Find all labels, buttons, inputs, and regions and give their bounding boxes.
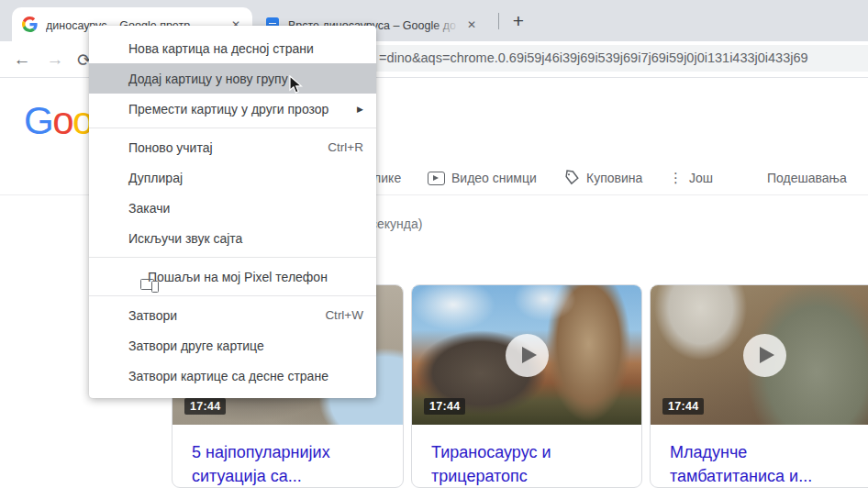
menu-item-label: Пошаљи на мој Pixel телефон	[148, 270, 363, 284]
video-card[interactable]: 17:44 Младунче тамбатитаниса и...	[650, 284, 868, 488]
menu-separator	[89, 295, 376, 296]
video-duration-badge: 17:44	[662, 398, 704, 415]
menu-shortcut: Ctrl+R	[328, 140, 363, 154]
new-tab-button[interactable]: +	[506, 9, 530, 33]
video-title-line: тамбатитаниса и...	[670, 464, 860, 488]
video-duration-badge: 17:44	[184, 398, 226, 415]
logo-letter: G	[24, 99, 52, 142]
menu-item-label: Затвори картице са десне стране	[128, 369, 363, 383]
play-icon[interactable]	[743, 334, 786, 377]
play-icon[interactable]	[506, 334, 549, 377]
menu-item-move-tab-to-other-window[interactable]: Премести картицу у други прозор ▶	[89, 94, 376, 124]
tab-more[interactable]: ⋮ Још	[669, 161, 713, 194]
menu-separator	[89, 128, 376, 128]
forward-button[interactable]: →	[40, 41, 70, 78]
devices-icon	[140, 278, 160, 292]
menu-item-label: Затвори друге картице	[128, 338, 363, 353]
tab-context-menu: Нова картица на десној страни Додај карт…	[89, 26, 376, 398]
mouse-cursor	[288, 75, 306, 95]
video-icon	[428, 172, 445, 185]
back-button[interactable]: ←	[7, 41, 37, 78]
menu-item-close-other-tabs[interactable]: Затвори друге картице	[89, 330, 376, 360]
video-title-line: ситуација са...	[192, 464, 384, 488]
video-title-line: Младунче	[670, 440, 860, 464]
menu-item-new-tab-right[interactable]: Нова картица на десној страни	[89, 33, 376, 63]
menu-item-label: Дуплирај	[128, 171, 363, 185]
url-text: =dino&aqs=chrome.0.69i59j46i39j69i539j69…	[379, 45, 808, 72]
submenu-arrow-icon: ▶	[357, 105, 363, 114]
tab-shopping-label: Куповина	[586, 171, 642, 185]
menu-item-mute-site[interactable]: Искључи звук сајта	[89, 223, 376, 253]
menu-item-label: Додај картицу у нову групу	[128, 72, 363, 86]
menu-item-label: Закачи	[128, 201, 363, 216]
menu-item-label: Затвори	[128, 308, 325, 323]
menu-item-label: Премести картицу у други прозор	[128, 102, 357, 116]
video-title[interactable]: Тираносаурус и трицератопс	[431, 440, 623, 488]
tab-separator	[498, 13, 499, 29]
tab-videos[interactable]: Видео снимци	[428, 161, 537, 194]
browser-window: Google Слике Видео снимци Куповина ⋮ Још	[0, 0, 868, 488]
more-dots-icon: ⋮	[669, 170, 683, 186]
settings-label: Подешавања	[767, 171, 847, 185]
settings-button[interactable]: Подешавања	[767, 161, 847, 194]
tab-shopping[interactable]: Куповина	[563, 161, 642, 194]
video-title[interactable]: Младунче тамбатитаниса и...	[670, 440, 860, 488]
menu-item-add-tab-to-new-group[interactable]: Додај картицу у нову групу	[89, 63, 376, 94]
video-title-line: трицератопс	[431, 464, 623, 488]
close-tab-icon[interactable]: ✕	[462, 16, 481, 34]
menu-item-label: Нова картица на десној страни	[128, 41, 363, 56]
video-thumbnail[interactable]: 17:44	[651, 285, 868, 425]
tab-more-label: Још	[689, 171, 713, 185]
video-title[interactable]: 5 најпопуларнијих ситуација са...	[192, 440, 384, 488]
video-thumbnail[interactable]: 17:44	[412, 285, 641, 425]
menu-item-reload[interactable]: Поново учитај Ctrl+R	[89, 132, 376, 162]
menu-item-label: Поново учитај	[128, 140, 328, 155]
menu-separator	[89, 257, 376, 258]
menu-item-close-tabs-to-right[interactable]: Затвори картице са десне стране	[89, 360, 376, 391]
menu-item-label: Искључи звук сајта	[128, 231, 363, 246]
video-title-line: 5 најпопуларнијих	[192, 440, 384, 464]
google-g-icon	[22, 17, 38, 32]
video-title-line: Тираносаурус и	[431, 440, 623, 464]
menu-item-duplicate[interactable]: Дуплирај	[89, 162, 376, 193]
tab-videos-label: Видео снимци	[451, 171, 537, 185]
logo-letter: o	[52, 99, 72, 142]
results-stats: секунда)	[371, 216, 422, 231]
video-duration-badge: 17:44	[424, 398, 465, 415]
menu-item-close[interactable]: Затвори Ctrl+W	[89, 300, 376, 330]
menu-item-send-to-pixel-phone[interactable]: Пошаљи на мој Pixel телефон	[89, 261, 376, 292]
menu-shortcut: Ctrl+W	[325, 308, 363, 322]
video-card[interactable]: 17:44 Тираносаурус и трицератопс	[411, 284, 642, 488]
menu-item-pin[interactable]: Закачи	[89, 193, 376, 223]
shopping-tag-icon	[563, 170, 580, 186]
